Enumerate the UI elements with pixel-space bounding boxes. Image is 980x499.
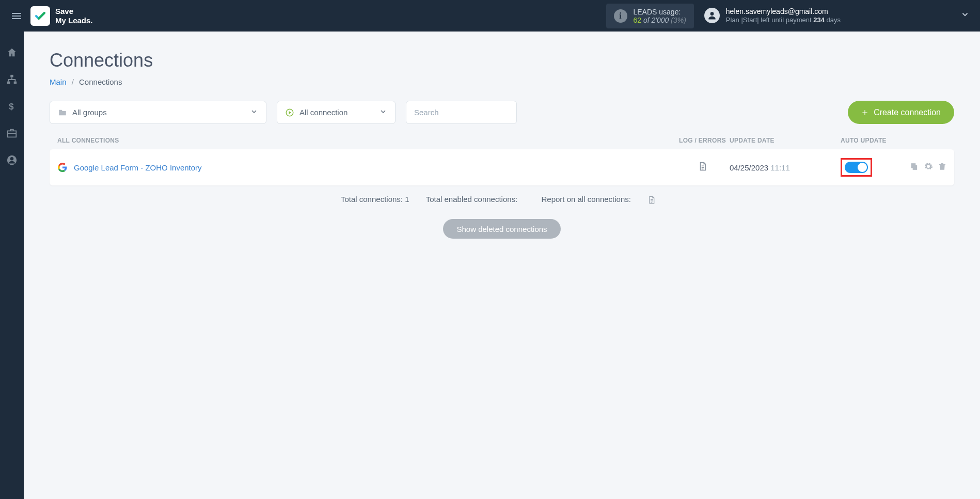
user-icon [707, 10, 717, 21]
total-connections: Total connections: 1 [341, 195, 409, 204]
svg-rect-9 [911, 163, 916, 168]
report-all: Report on all connections: [534, 195, 663, 204]
google-icon [57, 162, 68, 173]
trash-icon [938, 162, 946, 171]
log-button[interactable] [675, 161, 730, 174]
breadcrumb-separator: / [72, 77, 74, 86]
auto-update-toggle[interactable] [845, 162, 868, 173]
top-header: Save My Leads. i LEADS usage: 62 of 2'00… [0, 0, 980, 32]
user-plan: Plan |Start| left until payment 234 days [726, 16, 841, 25]
copy-icon [910, 162, 919, 171]
logo-text: Save My Leads. [55, 7, 93, 25]
briefcase-icon [6, 128, 18, 139]
user-menu-chevron[interactable] [960, 10, 970, 21]
sidebar-connections[interactable] [6, 74, 18, 85]
sitemap-icon [6, 74, 18, 85]
chevron-down-icon [960, 10, 970, 19]
svg-text:$: $ [9, 102, 14, 112]
update-date: 04/25/2023 11:11 [730, 163, 841, 172]
chevron-down-icon [379, 107, 387, 118]
plus-icon [861, 109, 868, 116]
info-icon: i [614, 9, 627, 23]
main-content: Connections Main / Connections All group… [24, 32, 980, 257]
hamburger-icon [10, 10, 23, 22]
document-icon [647, 195, 656, 205]
user-circle-icon [6, 154, 18, 166]
show-deleted-button[interactable]: Show deleted connections [443, 219, 560, 239]
copy-button[interactable] [910, 162, 919, 173]
leads-usage-label: LEADS usage: [634, 8, 686, 16]
svg-rect-1 [10, 75, 13, 77]
auto-update-highlight [841, 158, 872, 177]
page-title: Connections [50, 50, 954, 71]
delete-button[interactable] [938, 162, 946, 173]
leads-of: of 2'000 [643, 16, 671, 24]
hamburger-menu[interactable] [10, 10, 23, 22]
svg-point-6 [10, 157, 13, 160]
settings-button[interactable] [924, 162, 933, 173]
leads-current: 62 [634, 16, 642, 24]
user-email: helen.savemyleads@gmail.com [726, 7, 841, 16]
connection-row: Google Lead Form - ZOHO Inventory 04/25/… [50, 149, 954, 185]
breadcrumb-main[interactable]: Main [50, 77, 67, 86]
connection-name-link[interactable]: Google Lead Form - ZOHO Inventory [74, 163, 675, 172]
header-log: LOG / ERRORS [675, 137, 730, 144]
avatar [704, 8, 720, 23]
search-box [406, 101, 517, 124]
sidebar-account[interactable] [6, 154, 18, 166]
logo[interactable] [30, 6, 50, 26]
leads-usage-badge[interactable]: i LEADS usage: 62 of 2'000 (3%) [606, 4, 694, 28]
create-connection-button[interactable]: Create connection [848, 101, 954, 124]
svg-rect-3 [14, 82, 17, 84]
home-icon [6, 47, 18, 58]
summary-row: Total connections: 1 Total enabled conne… [50, 195, 954, 205]
total-enabled: Total enabled connections: [426, 195, 518, 204]
dollar-icon: $ [7, 101, 17, 112]
chevron-down-icon [250, 107, 258, 118]
breadcrumb-current: Connections [79, 77, 122, 86]
groups-select[interactable]: All groups [50, 101, 266, 124]
gear-icon [924, 162, 933, 171]
logo-check-icon [34, 10, 46, 22]
user-menu[interactable]: helen.savemyleads@gmail.com Plan |Start|… [704, 7, 970, 25]
breadcrumb: Main / Connections [50, 77, 954, 86]
table-header: ALL CONNECTIONS LOG / ERRORS UPDATE DATE… [50, 137, 954, 144]
svg-rect-2 [7, 82, 10, 84]
sidebar-briefcase[interactable] [6, 128, 18, 139]
header-auto: AUTO UPDATE [841, 137, 900, 144]
sidebar: $ [0, 32, 24, 499]
document-icon [698, 161, 707, 171]
connection-status-select[interactable]: All connection [277, 101, 396, 124]
sidebar-billing[interactable]: $ [6, 101, 18, 112]
play-circle-icon [285, 108, 294, 117]
svg-point-0 [710, 12, 714, 16]
search-input[interactable] [406, 101, 517, 124]
header-name: ALL CONNECTIONS [57, 137, 675, 144]
folder-icon [58, 108, 67, 117]
filters-row: All groups All connection Create connect… [50, 101, 954, 124]
header-date: UPDATE DATE [730, 137, 841, 144]
report-download[interactable] [647, 195, 656, 205]
leads-percent: (3%) [671, 16, 686, 24]
sidebar-home[interactable] [6, 47, 18, 58]
